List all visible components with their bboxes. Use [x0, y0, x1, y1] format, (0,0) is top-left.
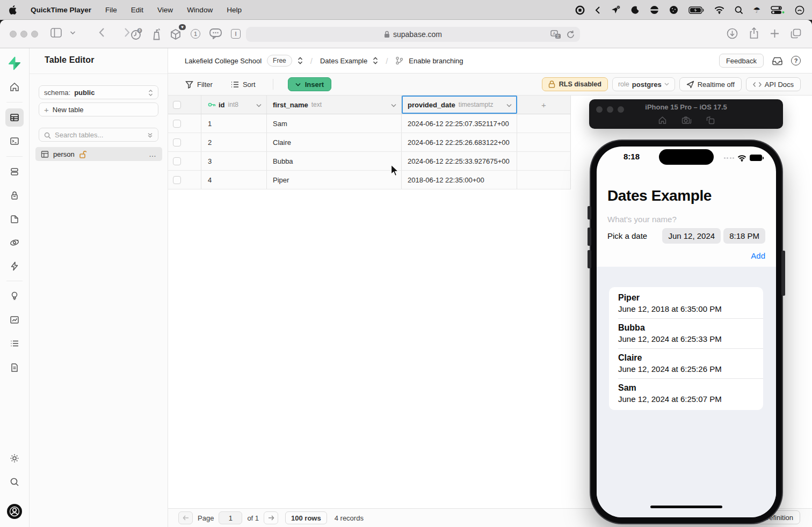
column-menu-icon[interactable] [506, 101, 512, 109]
menu-file[interactable]: File [105, 6, 117, 14]
cell-provided-date[interactable]: 2018-06-12 22:35:00+00 [402, 171, 517, 189]
split-circle-app-icon[interactable] [650, 5, 659, 15]
volume-down-button[interactable] [588, 250, 591, 268]
insert-button[interactable]: Insert [288, 77, 331, 91]
cell-provided-date[interactable]: 2024-06-12 22:25:33.927675+00 [402, 152, 517, 170]
filter-button[interactable]: Filter [185, 80, 213, 89]
org-name[interactable]: Lakefield College School [185, 57, 262, 65]
action-button[interactable] [588, 206, 591, 219]
menu-view[interactable]: View [157, 6, 173, 14]
zoom-window-button[interactable] [31, 31, 38, 38]
simulator-screenshot-button[interactable] [682, 115, 692, 125]
row-checkbox[interactable] [173, 176, 181, 184]
forward-button[interactable] [124, 27, 130, 38]
column-menu-icon[interactable] [256, 101, 262, 109]
simulator-home-button[interactable] [658, 115, 667, 125]
column-header-id[interactable]: id int8 [201, 96, 267, 114]
project-switcher-icon[interactable] [373, 56, 378, 65]
menubar-app-name[interactable]: QuickTime Player [31, 6, 91, 14]
sort-button[interactable]: Sort [231, 80, 256, 89]
share-icon[interactable] [749, 27, 759, 39]
row-checkbox[interactable] [173, 138, 181, 147]
supabase-logo[interactable] [5, 54, 24, 72]
rail-storage-icon[interactable] [5, 210, 24, 228]
rail-auth-icon[interactable] [5, 186, 24, 204]
back-button[interactable] [98, 27, 105, 38]
tabs-overview-icon[interactable] [791, 28, 801, 38]
enable-branching-button[interactable]: Enable branching [409, 57, 463, 65]
simulator-rotate-button[interactable] [706, 115, 715, 125]
spotlight-search-icon[interactable] [735, 5, 743, 15]
translate-icon[interactable]: A文 [550, 30, 561, 39]
menu-window[interactable]: Window [187, 6, 213, 14]
inbox-icon[interactable] [772, 56, 783, 65]
rail-sql-editor-icon[interactable] [5, 132, 24, 150]
chevrons-collapse-icon[interactable] [147, 131, 153, 139]
cell-provided-date[interactable]: 2024-06-12 22:25:07.352117+00 [402, 114, 517, 133]
rail-realtime-icon[interactable] [5, 257, 24, 275]
select-all-checkbox[interactable] [173, 101, 181, 109]
realtime-button[interactable]: Realtime off [679, 77, 742, 91]
feedback-button[interactable]: Feedback [719, 54, 764, 68]
weather-umbrella-icon[interactable]: ☂ [753, 5, 760, 15]
rail-database-icon[interactable] [5, 163, 24, 181]
menu-help[interactable]: Help [227, 6, 242, 14]
battery-charging-icon[interactable] [688, 5, 704, 15]
rail-advisors-icon[interactable] [5, 287, 24, 305]
rail-logs-icon[interactable] [5, 334, 24, 353]
cube-heart-extension-icon[interactable]: ♥ [170, 28, 182, 40]
rail-settings-icon[interactable] [5, 449, 24, 467]
page-number-input[interactable] [219, 511, 242, 524]
rail-table-editor-icon[interactable] [5, 108, 24, 127]
sidebar-toggle-icon[interactable] [50, 27, 62, 38]
rail-home-icon[interactable] [5, 78, 24, 96]
role-selector[interactable]: role postgres [612, 77, 675, 91]
simulator-titlebar[interactable]: iPhone 15 Pro – iOS 17.5 [589, 99, 783, 129]
speech-bubble-extension-icon[interactable] [209, 28, 222, 39]
rows-per-page-button[interactable]: 100 rows [285, 511, 327, 524]
table-options-button[interactable]: … [149, 150, 157, 158]
cell-first-name[interactable]: Bubba [267, 152, 402, 170]
cell-id[interactable]: 3 [201, 152, 267, 170]
cell-first-name[interactable]: Sam [267, 114, 402, 133]
help-icon[interactable]: ? [791, 56, 801, 65]
cell-first-name[interactable]: Piper [267, 171, 402, 189]
project-name[interactable]: Dates Example [320, 57, 367, 65]
spray-bottle-extension-icon[interactable] [153, 28, 161, 40]
column-header-provided-date[interactable]: provided_date timestamptz [402, 96, 517, 114]
time-picker-button[interactable]: 8:18 PM [723, 228, 765, 244]
sidebar-chevron-icon[interactable] [70, 28, 76, 38]
org-switcher-icon[interactable] [298, 56, 303, 65]
home-indicator[interactable] [650, 506, 722, 508]
screen-recording-stop-icon[interactable] [575, 5, 585, 15]
chevron-left-icon[interactable] [595, 5, 600, 15]
address-bar[interactable]: supabase.com A文 [246, 27, 580, 42]
api-docs-button[interactable]: API Docs [746, 77, 801, 91]
cell-id[interactable]: 1 [201, 114, 267, 133]
wifi-icon[interactable] [714, 5, 724, 15]
column-header-first-name[interactable]: first_name text [267, 96, 402, 114]
table-list-item-person[interactable]: person … [35, 147, 162, 161]
control-center-icon[interactable] [771, 5, 785, 15]
account-avatar[interactable] [5, 502, 24, 521]
column-menu-icon[interactable] [391, 101, 396, 109]
rail-reports-icon[interactable] [5, 311, 24, 329]
power-button[interactable] [781, 251, 785, 296]
row-checkbox[interactable] [173, 120, 181, 128]
cell-id[interactable]: 2 [201, 133, 267, 151]
location-icon[interactable] [611, 5, 621, 15]
cell-id[interactable]: 4 [201, 171, 267, 189]
apple-menu-icon[interactable] [9, 5, 17, 15]
cell-provided-date[interactable]: 2024-06-12 22:25:26.683122+00 [402, 133, 517, 151]
new-tab-icon[interactable] [770, 28, 779, 38]
circled-one-extension-icon[interactable]: 1 [191, 29, 200, 39]
previous-page-button[interactable] [178, 511, 193, 524]
next-page-button[interactable] [264, 511, 278, 524]
circled-chevron-app-icon[interactable] [795, 5, 804, 15]
date-picker-button[interactable]: Jun 12, 2024 [662, 228, 721, 244]
add-button[interactable]: Add [751, 251, 765, 260]
rail-search-icon[interactable] [5, 473, 24, 491]
do-not-disturb-moon-icon[interactable] [631, 5, 640, 15]
menu-edit[interactable]: Edit [131, 6, 143, 14]
cell-first-name[interactable]: Claire [267, 133, 402, 151]
